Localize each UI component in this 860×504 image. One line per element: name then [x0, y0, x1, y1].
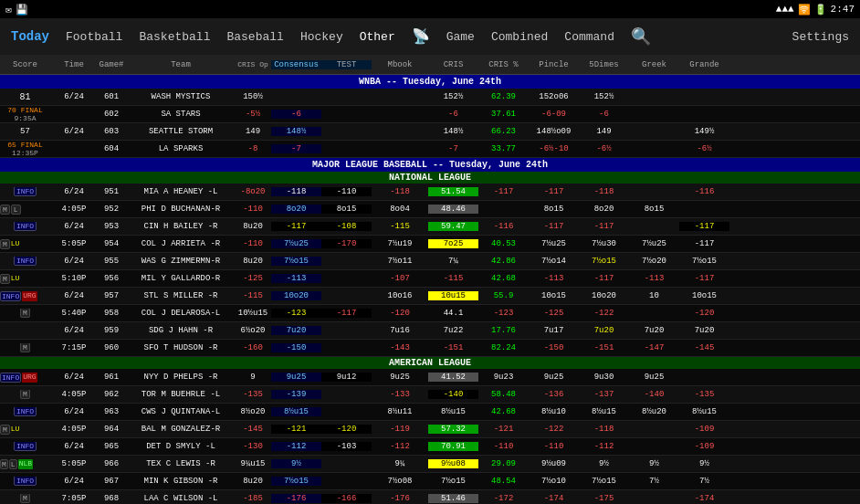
table-row: 57 6/24 603 SEATTLE STORM 149 148½ 148½ …: [0, 123, 860, 141]
greek-cell: 7u20: [629, 326, 679, 335]
badge-cell: MLU: [0, 239, 50, 249]
clock: 2:47: [831, 4, 855, 15]
badge-cell: MLU: [0, 274, 50, 284]
table-row: MLU 5:05P 954 COL J ARRIETA -R -110 7½u2…: [0, 236, 860, 253]
game-cell: 962: [98, 390, 125, 399]
badge-cell: INFO: [0, 222, 50, 231]
5dim-cell: 10o20: [579, 291, 629, 300]
game-cell: 952: [98, 205, 125, 214]
greek-cell: 8½u20: [629, 407, 679, 416]
greek-cell: -147: [629, 343, 679, 352]
team-cell: WAS G ZIMMERMN-R: [125, 257, 235, 266]
table-area: WNBA -- Tuesday, June 24th 81 6/24 601 W…: [0, 75, 860, 504]
5dim-cell: -6½: [579, 144, 629, 153]
grande-cell: -109: [679, 425, 729, 434]
nav-today[interactable]: Today: [4, 26, 57, 47]
team-cell: CWS J QUINTANA-L: [125, 407, 235, 416]
nav-bar: Today Football Basketball Baseball Hocke…: [0, 18, 860, 55]
crisop-cell: -8o20: [235, 187, 271, 196]
5dim-cell: -117: [579, 274, 629, 283]
pinc-cell: -174: [529, 494, 579, 503]
team-cell: LAA C WILSON -L: [125, 494, 235, 503]
game-cell: 951: [98, 187, 125, 196]
col-team: Team: [125, 60, 235, 69]
game-cell: 958: [98, 309, 125, 318]
5dim-cell: -137: [579, 390, 629, 399]
crisp-cell: 82.24: [478, 343, 529, 352]
crisp-cell: 58.48: [478, 390, 529, 399]
badge-cell: M: [0, 343, 50, 352]
cons-cell: -150: [271, 343, 321, 352]
grande-cell: 8½u15: [679, 407, 729, 416]
nav-basketball[interactable]: Basketball: [131, 26, 217, 47]
table-row: M 4:05P 962 TOR M BUEHRLE -L -135 -139 -…: [0, 386, 860, 404]
crisp-cell: -117: [478, 187, 529, 196]
game-cell: 957: [98, 291, 125, 300]
test-cell: -103: [321, 442, 372, 451]
nav-hockey[interactable]: Hockey: [293, 26, 351, 47]
game-cell: 954: [98, 239, 125, 248]
cons-cell: -112: [271, 442, 321, 451]
time-cell: 6/24: [50, 187, 98, 196]
cons-cell: -6: [271, 110, 321, 119]
crisp-cell: -116: [478, 222, 529, 231]
nav-game[interactable]: Game: [439, 26, 482, 47]
nav-command[interactable]: Command: [557, 26, 622, 47]
cons-cell: -176: [271, 494, 321, 503]
greek-cell: 10: [629, 291, 679, 300]
cons-cell: 7½o15: [271, 257, 321, 266]
crisop-cell: 8u20: [235, 257, 271, 266]
pinc-cell: 7½o14: [529, 257, 579, 266]
nav-baseball[interactable]: Baseball: [219, 26, 290, 47]
col-test: TEST: [321, 60, 372, 69]
game-cell: 966: [98, 459, 125, 468]
game-cell: 959: [98, 326, 125, 335]
nav-antenna[interactable]: 📡: [404, 24, 437, 49]
mbook-cell: 7½u19: [372, 239, 428, 248]
nav-combined[interactable]: Combined: [484, 26, 555, 47]
crisp-cell: -110: [478, 442, 529, 451]
crisop-cell: -125: [235, 274, 271, 283]
mbook-cell: 9u25: [372, 373, 428, 382]
col-mbook: Mbook: [372, 60, 428, 69]
email-icon: ✉: [5, 4, 12, 16]
crisp-cell: 17.76: [478, 326, 529, 335]
crisop-cell: 150½: [235, 92, 271, 101]
cons-cell: 9½: [271, 459, 321, 468]
cris-cell: 152½: [428, 92, 478, 101]
al-header: AMERICAN LEAGUE: [0, 357, 860, 369]
col-5dimes: 5Dimes: [579, 60, 629, 69]
col-crisop: CRIS Op: [235, 60, 271, 68]
5dim-cell: 8o20: [579, 205, 629, 214]
pinc-cell: -125: [529, 309, 579, 318]
time-cell: 6/24: [50, 92, 98, 101]
cris-cell: 9½u08: [428, 459, 478, 468]
nav-settings[interactable]: Settings: [785, 26, 856, 47]
badge-cell: INFO: [0, 477, 50, 486]
time-cell: 7:15P: [50, 343, 98, 352]
nav-search[interactable]: 🔍: [624, 23, 658, 50]
cons-cell: 10o20: [271, 291, 321, 300]
badge-cell: MLNLB: [0, 459, 50, 469]
crisp-cell: 40.53: [478, 239, 529, 248]
greek-cell: 9½: [629, 459, 679, 468]
mbook-cell: -120: [372, 309, 428, 318]
crisp-cell: 33.77: [478, 144, 529, 153]
crisop-cell: 6½o20: [235, 326, 271, 335]
test-cell: -120: [321, 425, 372, 434]
team-cell: MIL Y GALLARDO-R: [125, 274, 235, 283]
table-row: M 7:15P 960 SFO T HUDSON -R -160 -150 -1…: [0, 340, 860, 357]
greek-cell: 7½: [629, 477, 679, 486]
grande-cell: 10o15: [679, 291, 729, 300]
grande-cell: -6½: [679, 144, 729, 153]
cons-cell: -123: [271, 309, 321, 318]
cons-cell: -7: [271, 144, 321, 153]
nav-football[interactable]: Football: [58, 26, 130, 47]
time-cell: 4:05P: [50, 425, 98, 434]
team-cell: WASH MYSTICS: [125, 92, 235, 101]
time-cell: 6/24: [50, 407, 98, 416]
crisp-cell: -123: [478, 309, 529, 318]
cris-cell: 148½: [428, 127, 478, 136]
badge-cell: INFOURG: [0, 291, 50, 301]
nav-other[interactable]: Other: [352, 26, 403, 47]
